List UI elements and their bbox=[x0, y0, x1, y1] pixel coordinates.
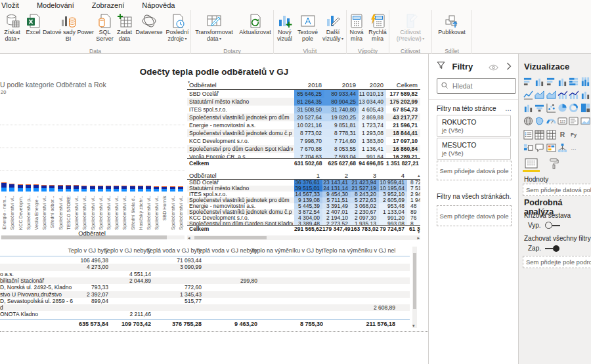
key-influencers-icon[interactable] bbox=[523, 142, 534, 155]
table-v-scrollbar-thumb[interactable] bbox=[413, 253, 416, 309]
ribbon-button-sql-server[interactable]: SQLServer bbox=[95, 12, 115, 46]
kpi-icon[interactable] bbox=[579, 115, 590, 128]
search-input[interactable] bbox=[451, 81, 510, 91]
toggle-off-icon[interactable] bbox=[545, 222, 560, 229]
ribbon-button-dataverse[interactable]: Dataverse bbox=[134, 12, 164, 46]
table-header-6: Teplo na výměníku v GJ nebyty bbox=[323, 247, 395, 254]
pie-chart-icon[interactable] bbox=[557, 102, 568, 115]
cross-report-toggle[interactable]: Vyp. bbox=[528, 222, 560, 229]
collapse-pane-icon[interactable] bbox=[506, 61, 512, 73]
report-canvas[interactable]: Odečty tepla podle odběratelů v GJ U pod… bbox=[0, 54, 428, 364]
matrix2-h-scrollbar-thumb[interactable] bbox=[194, 236, 267, 239]
ribbon-button-nov-vizu-l[interactable]: Novývizuál bbox=[274, 12, 296, 46]
power-apps-visual-icon[interactable] bbox=[579, 128, 590, 141]
matrix-by-month-visual[interactable]: Odběratel12345SBD Ocelář36 376,6123 143,… bbox=[187, 171, 420, 236]
stacked-column-chart-visual[interactable]: U podle kategorie Odběratel a Rok 20 Ene… bbox=[0, 79, 185, 269]
scroll-right-icon[interactable]: ▸ bbox=[417, 235, 420, 240]
keep-filters-toggle[interactable]: Zap. bbox=[528, 245, 559, 252]
more-options-icon[interactable]: … bbox=[568, 142, 579, 155]
filters-search-box[interactable] bbox=[437, 78, 516, 94]
clustered-bar-chart-icon[interactable] bbox=[546, 75, 557, 88]
matrix2-scroll-up-icon[interactable]: ▴ bbox=[418, 173, 420, 178]
table-scroll-down-icon[interactable]: ▾ bbox=[412, 323, 415, 328]
ribbon-button-posledn-zdroje[interactable]: Poslednízdroje ▾ bbox=[164, 12, 190, 46]
matrix2-scroll-down-icon[interactable]: ▾ bbox=[418, 230, 420, 234]
area-chart-icon[interactable] bbox=[534, 88, 545, 101]
drillthrough-dropzone[interactable]: Sem přidejte pole podrobn bbox=[523, 256, 591, 268]
table-cell: 772,60 bbox=[146, 284, 202, 291]
waterfall-chart-icon[interactable] bbox=[523, 102, 534, 115]
ribbon-button-nov-m-ra[interactable]: Novámíra bbox=[347, 12, 366, 46]
bar-segment-2019 bbox=[130, 186, 135, 189]
map-icon[interactable] bbox=[523, 115, 534, 128]
table-row: D, Norská ul. 2492-5, Kladno793,33772,60 bbox=[0, 284, 410, 291]
bar-segment-2018 bbox=[162, 189, 167, 192]
stacked-column-chart-icon[interactable] bbox=[534, 75, 545, 88]
filter-card-mesucto[interactable]: MESUCTOje (Vše) bbox=[437, 138, 511, 160]
eye-icon[interactable] bbox=[489, 62, 498, 73]
page-filters-dropzone[interactable]: Sem přidejte datová pole bbox=[437, 161, 512, 180]
line-stacked-column-chart-icon[interactable] bbox=[557, 88, 568, 101]
multi-row-card-icon[interactable] bbox=[568, 115, 579, 128]
ribbon-button-aktualizovat[interactable]: Aktualizovat bbox=[237, 12, 273, 46]
detail-table-visual[interactable]: Teplo v GJ bytyTeplo v GJ nebytyTeplá vo… bbox=[0, 243, 410, 330]
100-stacked-bar-chart-icon[interactable] bbox=[568, 75, 579, 88]
decomposition-tree-icon[interactable] bbox=[557, 142, 568, 155]
donut-chart-icon[interactable] bbox=[568, 102, 579, 115]
scatter-chart-icon[interactable] bbox=[546, 102, 557, 115]
line-chart-icon[interactable] bbox=[523, 88, 534, 101]
ribbon-tab-modelování[interactable]: Modelování bbox=[37, 1, 74, 9]
sql-server-icon bbox=[97, 13, 113, 29]
filled-map-icon[interactable] bbox=[534, 115, 545, 128]
matrix-header-2020: 2020 bbox=[359, 81, 383, 89]
ribbon-button-z-skat-data[interactable]: Získatdata ▾ bbox=[0, 12, 24, 46]
python-visual-icon[interactable]: Py bbox=[568, 128, 579, 141]
slicer-icon[interactable] bbox=[523, 128, 534, 141]
chart-h-scrollbar-thumb[interactable] bbox=[1, 235, 167, 239]
paginated-report-icon[interactable] bbox=[546, 142, 557, 155]
card-icon[interactable]: 123 bbox=[557, 115, 568, 128]
ribbon-button-dal-vizu-ly[interactable]: Dalšívizuály ▾ bbox=[320, 12, 346, 46]
ribbon-button-rychl-m-ra[interactable]: Rychlámíra bbox=[366, 12, 389, 46]
all-pages-filters-dropzone[interactable]: Sem přidejte datová pole bbox=[437, 205, 512, 226]
toggle-on-icon[interactable] bbox=[545, 245, 559, 252]
page-filters-menu[interactable]: … bbox=[505, 105, 512, 112]
ribbon-chart-icon[interactable] bbox=[579, 88, 590, 101]
chart-h-scrollbar[interactable] bbox=[1, 235, 185, 239]
ribbon-button-citlivost-preview-[interactable]: Citlivost(Preview) ▾ bbox=[389, 12, 431, 46]
matrix-cell: 4 304,00 bbox=[294, 215, 322, 221]
qna-icon[interactable] bbox=[534, 142, 545, 155]
table-v-scrollbar[interactable]: ▾ bbox=[412, 247, 417, 328]
bar-segment-2020 bbox=[162, 186, 167, 187]
matrix2-h-scrollbar[interactable]: ◂ ▸ bbox=[187, 235, 420, 240]
matrix-cell: 31 508,50 bbox=[294, 106, 324, 113]
treemap-icon[interactable] bbox=[579, 102, 590, 115]
stacked-area-chart-icon[interactable] bbox=[546, 88, 557, 101]
ribbon-button-publikovat[interactable]: Publikovat bbox=[432, 12, 471, 46]
line-clustered-column-chart-icon[interactable] bbox=[568, 88, 579, 101]
ribbon-button-textov-pole[interactable]: Textovépole bbox=[296, 12, 320, 46]
100-stacked-column-chart-icon[interactable] bbox=[579, 75, 590, 88]
stacked-bar-chart-icon[interactable] bbox=[523, 75, 534, 88]
all-pages-filters-menu[interactable]: … bbox=[505, 193, 512, 200]
fields-tab-icon[interactable] bbox=[524, 157, 538, 169]
ribbon-tab-zobrazení[interactable]: Zobrazení bbox=[92, 1, 125, 9]
funnel-chart-icon[interactable] bbox=[534, 102, 545, 115]
clustered-column-chart-icon[interactable] bbox=[557, 75, 568, 88]
format-tab-icon[interactable] bbox=[546, 157, 561, 169]
ribbon-button-excel[interactable]: Excel bbox=[24, 12, 42, 46]
scroll-left-icon[interactable]: ◂ bbox=[188, 235, 190, 240]
ribbon-button-transformovat-data[interactable]: Transformovatdata ▾ bbox=[191, 12, 237, 46]
gauge-icon[interactable] bbox=[546, 115, 557, 128]
ribbon-button-datov-sady-power-bi[interactable]: Datové sady PowerBI bbox=[42, 12, 95, 46]
bar-segment-2019 bbox=[146, 186, 151, 189]
matrix-header-row: Odběratel201820192020Celkem▼ bbox=[187, 80, 420, 90]
table-icon[interactable] bbox=[546, 128, 557, 141]
values-dropzone[interactable]: Sem přidejte datová pole bbox=[523, 184, 591, 196]
ribbon-button-zadat-data[interactable]: Zadatdata bbox=[115, 12, 134, 46]
filter-card-rokucto[interactable]: ROKUCTOje (Vše) bbox=[437, 115, 511, 137]
matrix-icon[interactable] bbox=[534, 128, 545, 141]
r-script-visual-icon[interactable]: R bbox=[557, 128, 568, 141]
ribbon-tab-vložit[interactable]: Vložit bbox=[1, 1, 19, 9]
ribbon-tab-nápověda[interactable]: Nápověda bbox=[142, 1, 175, 9]
